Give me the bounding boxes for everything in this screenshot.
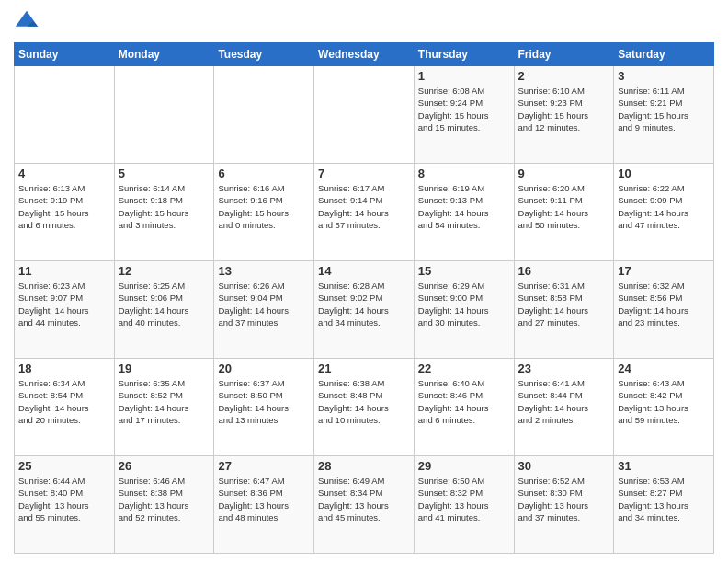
page: SundayMondayTuesdayWednesdayThursdayFrid… — [0, 0, 728, 563]
day-number: 31 — [618, 459, 710, 473]
day-info: Sunrise: 6:31 AM Sunset: 8:58 PM Dayligh… — [518, 280, 610, 328]
calendar-cell: 29Sunrise: 6:50 AM Sunset: 8:32 PM Dayli… — [414, 456, 514, 554]
calendar-cell: 22Sunrise: 6:40 AM Sunset: 8:46 PM Dayli… — [414, 359, 514, 456]
day-number: 28 — [318, 459, 410, 473]
calendar-cell: 15Sunrise: 6:29 AM Sunset: 9:00 PM Dayli… — [414, 261, 514, 359]
day-number: 10 — [618, 167, 710, 180]
day-info: Sunrise: 6:53 AM Sunset: 8:27 PM Dayligh… — [618, 475, 710, 523]
day-number: 20 — [218, 362, 310, 375]
day-info: Sunrise: 6:47 AM Sunset: 8:36 PM Dayligh… — [218, 475, 310, 523]
day-number: 27 — [218, 459, 310, 473]
calendar-cell: 23Sunrise: 6:41 AM Sunset: 8:44 PM Dayli… — [514, 359, 614, 456]
day-number: 21 — [318, 362, 410, 375]
week-row-2: 11Sunrise: 6:23 AM Sunset: 9:07 PM Dayli… — [15, 261, 714, 359]
day-info: Sunrise: 6:14 AM Sunset: 9:18 PM Dayligh… — [119, 182, 210, 231]
day-number: 30 — [518, 459, 610, 473]
day-info: Sunrise: 6:29 AM Sunset: 9:00 PM Dayligh… — [418, 280, 510, 328]
logo — [14, 9, 43, 35]
day-info: Sunrise: 6:16 AM Sunset: 9:16 PM Dayligh… — [218, 182, 310, 231]
day-number: 15 — [418, 264, 510, 278]
calendar-cell: 6Sunrise: 6:16 AM Sunset: 9:16 PM Daylig… — [214, 164, 314, 261]
calendar-cell: 27Sunrise: 6:47 AM Sunset: 8:36 PM Dayli… — [214, 456, 314, 554]
day-info: Sunrise: 6:40 AM Sunset: 8:46 PM Dayligh… — [418, 377, 510, 426]
day-info: Sunrise: 6:13 AM Sunset: 9:19 PM Dayligh… — [18, 182, 110, 231]
day-header-saturday: Saturday — [614, 43, 714, 66]
day-number: 18 — [18, 362, 110, 375]
calendar-cell: 24Sunrise: 6:43 AM Sunset: 8:42 PM Dayli… — [614, 359, 714, 456]
day-info: Sunrise: 6:34 AM Sunset: 8:54 PM Dayligh… — [18, 377, 110, 426]
day-number: 5 — [119, 167, 210, 180]
day-info: Sunrise: 6:22 AM Sunset: 9:09 PM Dayligh… — [618, 182, 710, 231]
week-row-3: 18Sunrise: 6:34 AM Sunset: 8:54 PM Dayli… — [15, 359, 714, 456]
day-info: Sunrise: 6:19 AM Sunset: 9:13 PM Dayligh… — [418, 182, 510, 231]
day-info: Sunrise: 6:37 AM Sunset: 8:50 PM Dayligh… — [218, 377, 310, 426]
day-info: Sunrise: 6:23 AM Sunset: 9:07 PM Dayligh… — [18, 280, 110, 328]
day-number: 11 — [18, 264, 110, 278]
calendar-header: SundayMondayTuesdayWednesdayThursdayFrid… — [15, 43, 714, 66]
day-number: 12 — [119, 264, 210, 278]
calendar-cell — [114, 66, 214, 164]
calendar-cell: 1Sunrise: 6:08 AM Sunset: 9:24 PM Daylig… — [414, 66, 514, 164]
day-header-monday: Monday — [114, 43, 214, 66]
day-number: 13 — [218, 264, 310, 278]
calendar-cell: 19Sunrise: 6:35 AM Sunset: 8:52 PM Dayli… — [114, 359, 214, 456]
day-info: Sunrise: 6:10 AM Sunset: 9:23 PM Dayligh… — [518, 85, 610, 133]
day-number: 6 — [218, 167, 310, 180]
day-header-wednesday: Wednesday — [314, 43, 415, 66]
week-row-0: 1Sunrise: 6:08 AM Sunset: 9:24 PM Daylig… — [15, 66, 714, 164]
day-info: Sunrise: 6:50 AM Sunset: 8:32 PM Dayligh… — [418, 475, 510, 523]
day-info: Sunrise: 6:25 AM Sunset: 9:06 PM Dayligh… — [119, 280, 210, 328]
calendar-cell: 14Sunrise: 6:28 AM Sunset: 9:02 PM Dayli… — [314, 261, 415, 359]
day-info: Sunrise: 6:17 AM Sunset: 9:14 PM Dayligh… — [318, 182, 410, 231]
day-number: 23 — [518, 362, 610, 375]
day-info: Sunrise: 6:46 AM Sunset: 8:38 PM Dayligh… — [119, 475, 210, 523]
calendar-cell: 16Sunrise: 6:31 AM Sunset: 8:58 PM Dayli… — [514, 261, 614, 359]
calendar-cell: 4Sunrise: 6:13 AM Sunset: 9:19 PM Daylig… — [15, 164, 115, 261]
calendar-cell — [15, 66, 115, 164]
calendar-cell: 11Sunrise: 6:23 AM Sunset: 9:07 PM Dayli… — [15, 261, 115, 359]
day-info: Sunrise: 6:32 AM Sunset: 8:56 PM Dayligh… — [618, 280, 710, 328]
day-info: Sunrise: 6:52 AM Sunset: 8:30 PM Dayligh… — [518, 475, 610, 523]
calendar-cell: 5Sunrise: 6:14 AM Sunset: 9:18 PM Daylig… — [114, 164, 214, 261]
calendar-cell: 8Sunrise: 6:19 AM Sunset: 9:13 PM Daylig… — [414, 164, 514, 261]
calendar-cell: 17Sunrise: 6:32 AM Sunset: 8:56 PM Dayli… — [614, 261, 714, 359]
calendar-cell: 31Sunrise: 6:53 AM Sunset: 8:27 PM Dayli… — [614, 456, 714, 554]
day-number: 3 — [618, 69, 710, 83]
day-info: Sunrise: 6:38 AM Sunset: 8:48 PM Dayligh… — [318, 377, 410, 426]
day-number: 26 — [119, 459, 210, 473]
calendar-cell: 20Sunrise: 6:37 AM Sunset: 8:50 PM Dayli… — [214, 359, 314, 456]
day-info: Sunrise: 6:43 AM Sunset: 8:42 PM Dayligh… — [618, 377, 710, 426]
calendar-cell: 25Sunrise: 6:44 AM Sunset: 8:40 PM Dayli… — [15, 456, 115, 554]
day-number: 9 — [518, 167, 610, 180]
days-row: SundayMondayTuesdayWednesdayThursdayFrid… — [15, 43, 714, 66]
calendar-cell: 13Sunrise: 6:26 AM Sunset: 9:04 PM Dayli… — [214, 261, 314, 359]
calendar-cell: 18Sunrise: 6:34 AM Sunset: 8:54 PM Dayli… — [15, 359, 115, 456]
calendar-cell: 12Sunrise: 6:25 AM Sunset: 9:06 PM Dayli… — [114, 261, 214, 359]
header — [14, 9, 714, 35]
calendar-cell — [314, 66, 415, 164]
day-number: 1 — [418, 69, 510, 83]
day-number: 19 — [119, 362, 210, 375]
day-info: Sunrise: 6:35 AM Sunset: 8:52 PM Dayligh… — [119, 377, 210, 426]
day-number: 17 — [618, 264, 710, 278]
day-info: Sunrise: 6:08 AM Sunset: 9:24 PM Dayligh… — [418, 85, 510, 133]
calendar-cell: 7Sunrise: 6:17 AM Sunset: 9:14 PM Daylig… — [314, 164, 415, 261]
day-header-sunday: Sunday — [15, 43, 115, 66]
day-number: 25 — [18, 459, 110, 473]
calendar-cell: 21Sunrise: 6:38 AM Sunset: 8:48 PM Dayli… — [314, 359, 415, 456]
calendar-cell: 10Sunrise: 6:22 AM Sunset: 9:09 PM Dayli… — [614, 164, 714, 261]
day-info: Sunrise: 6:26 AM Sunset: 9:04 PM Dayligh… — [218, 280, 310, 328]
calendar-body: 1Sunrise: 6:08 AM Sunset: 9:24 PM Daylig… — [15, 66, 714, 554]
day-info: Sunrise: 6:28 AM Sunset: 9:02 PM Dayligh… — [318, 280, 410, 328]
calendar-cell: 28Sunrise: 6:49 AM Sunset: 8:34 PM Dayli… — [314, 456, 415, 554]
day-header-friday: Friday — [514, 43, 614, 66]
day-number: 4 — [18, 167, 110, 180]
day-info: Sunrise: 6:41 AM Sunset: 8:44 PM Dayligh… — [518, 377, 610, 426]
day-number: 16 — [518, 264, 610, 278]
day-number: 24 — [618, 362, 710, 375]
day-header-tuesday: Tuesday — [214, 43, 314, 66]
week-row-1: 4Sunrise: 6:13 AM Sunset: 9:19 PM Daylig… — [15, 164, 714, 261]
day-number: 29 — [418, 459, 510, 473]
day-number: 22 — [418, 362, 510, 375]
calendar-cell: 3Sunrise: 6:11 AM Sunset: 9:21 PM Daylig… — [614, 66, 714, 164]
